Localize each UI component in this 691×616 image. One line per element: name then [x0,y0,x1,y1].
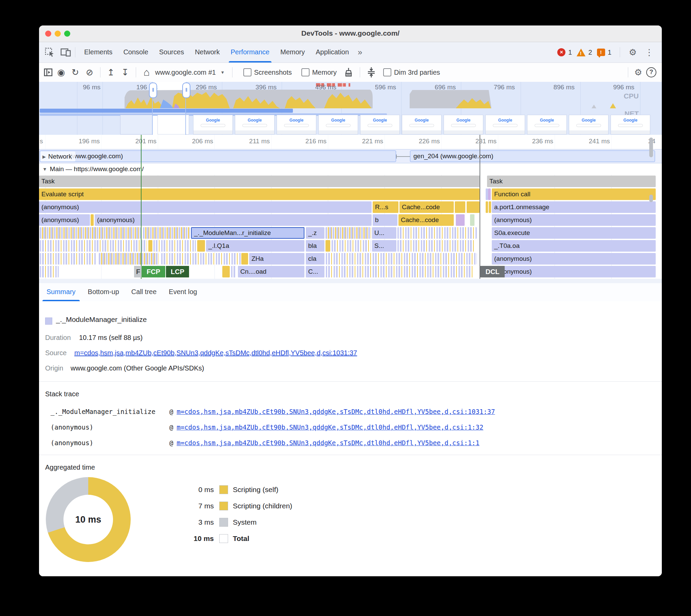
timeline-overview[interactable]: 96 ms 196 ms 296 ms 396 ms 496 ms 596 ms… [39,82,662,135]
flame-zha[interactable]: ZHa [249,253,304,265]
filmstrip-empty-frame[interactable] [120,115,152,134]
flame-t0a[interactable]: _.T0a.oa [492,240,656,252]
flame-cn-oad[interactable]: Cn....oad [238,266,304,277]
warning-icon[interactable]: ! [577,49,585,56]
flame-s0a-execute[interactable]: S0a.execute [492,227,656,239]
flame-u[interactable]: U... [372,227,396,239]
collapse-sanity-icon[interactable] [366,67,377,78]
filmstrip-thumbnail[interactable]: Google [193,115,233,134]
flame-cache-code[interactable]: Cache...code [398,214,454,226]
flame-sliver[interactable] [325,240,330,252]
flame-slivers[interactable] [231,266,237,277]
flame-slivers[interactable] [326,253,477,265]
marker-hidden-fragment[interactable]: F [134,266,142,277]
tab-summary[interactable]: Summary [40,283,82,301]
tab-event-log[interactable]: Event log [163,283,203,301]
stack-frame-link[interactable]: m=cdos,hsm,jsa,mb4ZUb,cEt90b,SNUn3,qddgK… [176,439,479,447]
flame-anonymous[interactable]: (anonymous) [95,214,372,226]
disclosure-closed-icon[interactable]: ▶ [42,154,46,159]
marker-dcl-badge[interactable]: DCL [480,266,505,277]
upload-profile-icon[interactable]: ↥ [104,67,118,78]
flame-cache-code[interactable]: Cache...code [399,201,454,213]
marker-lcp-badge[interactable]: LCP [166,266,189,277]
tab-network[interactable]: Network [189,42,225,62]
flame-c[interactable]: C... [306,266,324,277]
flame-z[interactable]: _.z [306,227,324,239]
filmstrip-thumbnail[interactable]: Google [360,115,400,134]
flame-sliver[interactable] [489,201,491,213]
flame-sliver[interactable] [486,188,488,200]
clear-icon[interactable]: ⊘ [82,67,97,78]
tab-application[interactable]: Application [310,42,354,62]
filmstrip-thumbnail[interactable]: Google [318,115,358,134]
filmstrip-thumbnail[interactable]: Google [444,115,483,134]
tab-sources[interactable]: Sources [154,42,189,62]
flame-sliver[interactable] [467,201,480,213]
network-request-gen204[interactable]: gen_204 (www.google.com) [410,150,655,162]
marker-fcp-badge[interactable]: FCP [142,266,165,277]
flame-anonymous[interactable]: (anonymous) [39,201,372,213]
device-toolbar-icon[interactable] [60,47,72,58]
network-track-header[interactable]: ▶ Network [40,151,75,162]
flame-bla[interactable]: bla [306,240,324,252]
flame-anonymous[interactable]: (anonymous) [39,214,90,226]
flame-slivers[interactable] [40,253,96,265]
flame-sliver[interactable] [488,188,491,200]
home-icon[interactable]: ⌂ [139,67,154,78]
screenshots-checkbox[interactable] [243,68,251,76]
flame-task[interactable]: Task [487,176,656,187]
flame-module-initialize-selected[interactable]: _._ModuleMan...r_initialize [191,227,304,239]
flame-sliver[interactable] [91,214,94,226]
filmstrip-blank-frame[interactable] [157,115,189,134]
flame-anonymous[interactable]: (anonymous) [492,266,656,277]
download-profile-icon[interactable]: ↧ [118,67,132,78]
detail-ruler[interactable]: s 196 ms 201 ms 206 ms 211 ms 216 ms 221… [39,135,662,149]
flame-sliver[interactable] [456,214,465,226]
filmstrip-thumbnail[interactable]: Google [235,115,275,134]
flame-slivers[interactable] [397,227,477,239]
filmstrip-thumbnail[interactable]: Google [277,115,316,134]
flame-slivers[interactable] [40,266,59,277]
flame-slivers[interactable] [40,227,141,239]
tab-console[interactable]: Console [118,42,153,62]
flame-s[interactable]: S... [372,240,396,252]
flame-onmessage[interactable]: a.port1.onmessage [492,201,656,213]
selection-right-handle[interactable]: ‖ [182,83,190,98]
flame-slivers[interactable] [326,266,473,277]
flame-slivers[interactable] [153,240,196,252]
selection-left-handle[interactable]: ‖ [149,83,157,98]
help-icon[interactable]: ? [646,67,657,78]
disclosure-open-icon[interactable]: ▼ [42,166,47,172]
memory-checkbox[interactable] [301,68,310,76]
error-icon[interactable]: × [557,48,565,56]
more-tabs-icon[interactable]: » [354,48,366,57]
filmstrip-thumbnail[interactable]: Google [527,115,567,134]
flame-slivers[interactable] [99,253,158,265]
flame-cla[interactable]: cla [306,253,324,265]
network-track[interactable]: (www.google.com) gen_204 (www.google.com… [39,149,662,163]
stack-frame-link[interactable]: m=cdos,hsm,jsa,mb4ZUb,cEt90b,SNUn3,qddgK… [176,423,483,431]
flame-slivers[interactable] [143,227,190,239]
flame-sliver[interactable] [470,214,474,226]
flame-anonymous[interactable]: (anonymous) [492,214,656,226]
flame-sliver[interactable] [197,240,205,252]
flame-slivers[interactable] [332,240,371,252]
settings-gear-icon[interactable]: ⚙ [626,47,639,58]
filmstrip-thumbnail[interactable]: Google [485,115,525,134]
tab-bottom-up[interactable]: Bottom-up [82,283,125,301]
filmstrip-thumbnail[interactable]: Google [569,115,609,134]
flame-q1a[interactable]: _.l.Q1a [206,240,304,252]
capture-settings-gear-icon[interactable]: ⚙ [632,67,645,78]
flame-anonymous[interactable]: (anonymous) [492,253,656,265]
flame-slivers[interactable] [161,253,247,265]
source-link[interactable]: m=cdos,hsm,jsa,mb4ZUb,cEt90b,SNUn3,qddgK… [74,349,357,357]
flame-slivers[interactable] [40,240,147,252]
flame-b[interactable]: b [373,214,397,226]
filmstrip-thumbnail[interactable]: Google [611,115,650,134]
record-icon[interactable]: ◉ [54,67,68,78]
flame-evaluate-script[interactable]: Evaluate script [39,188,480,200]
flame-slivers[interactable] [397,240,474,252]
dim-3rd-parties-checkbox[interactable] [383,68,391,76]
timeline-detail-area[interactable]: s 196 ms 201 ms 206 ms 211 ms 216 ms 221… [39,135,662,279]
tab-call-tree[interactable]: Call tree [125,283,163,301]
